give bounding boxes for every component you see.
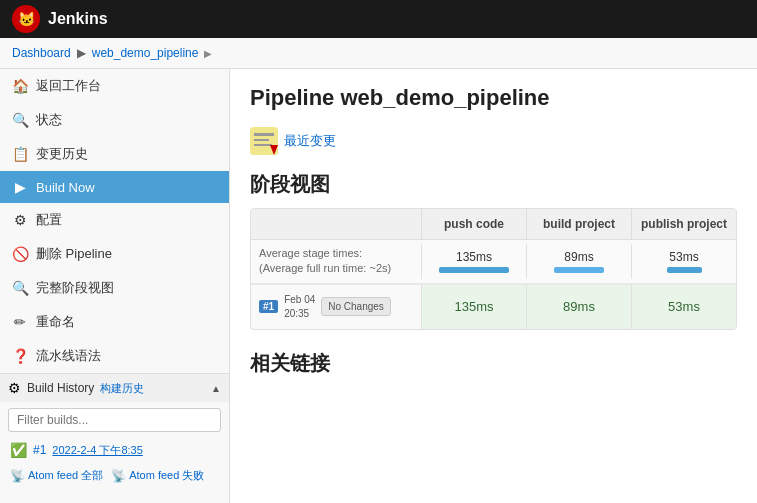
sidebar-item-label-stage-view: 完整阶段视图	[36, 279, 114, 297]
build-cell-build-project[interactable]: 89ms	[526, 285, 631, 329]
avg-label-line1: Average stage times:	[259, 247, 362, 259]
build-history-icon: ⚙	[8, 380, 21, 396]
bar-push-code	[439, 267, 509, 273]
app-title: Jenkins	[48, 10, 108, 28]
help-icon: ❓	[12, 348, 28, 364]
rename-icon: ✏	[12, 314, 28, 330]
sidebar-item-status[interactable]: 🔍 状态	[0, 103, 229, 137]
history-icon: 📋	[12, 146, 28, 162]
build-time-link[interactable]: 2022-2-4 下午8:35	[52, 443, 143, 458]
build-cell-push-code[interactable]: 135ms	[421, 285, 526, 329]
build-cell-publish-project[interactable]: 53ms	[631, 285, 736, 329]
build-icon: ▶	[12, 179, 28, 195]
atom-feed-all[interactable]: 📡 Atom feed 全部	[10, 468, 103, 483]
sidebar-item-label-status: 状态	[36, 111, 62, 129]
page-title: Pipeline web_demo_pipeline	[250, 85, 737, 111]
sidebar-item-label-change-history: 变更历史	[36, 145, 88, 163]
atom-icon-all: 📡	[10, 469, 25, 483]
avg-time-publish-project: 53ms	[636, 250, 732, 264]
related-links-title: 相关链接	[250, 350, 737, 377]
build-history-header: ⚙ Build History 构建历史 ▲	[0, 373, 229, 402]
recent-changes-icon	[250, 127, 278, 155]
atom-icon-fail: 📡	[111, 469, 126, 483]
atom-feed-fail-label: Atom feed 失败	[129, 468, 204, 483]
atom-feeds: 📡 Atom feed 全部 📡 Atom feed 失败	[0, 462, 229, 489]
recent-changes: 最近变更	[250, 127, 737, 155]
breadcrumb-chevron: ▶	[204, 48, 212, 59]
sidebar-item-label-return: 返回工作台	[36, 77, 101, 95]
home-icon: 🏠	[12, 78, 28, 94]
sidebar-item-build-now[interactable]: ▶ Build Now	[0, 171, 229, 203]
filter-builds-input[interactable]	[8, 408, 221, 432]
avg-cell-publish-project: 53ms	[631, 244, 736, 279]
bar-build-project	[554, 267, 604, 273]
sidebar-item-label-rename: 重命名	[36, 313, 75, 331]
avg-cell-push-code: 135ms	[421, 244, 526, 279]
col-header-push-code: push code	[421, 209, 526, 239]
sidebar-item-change-history[interactable]: 📋 变更历史	[0, 137, 229, 171]
atom-feed-fail[interactable]: 📡 Atom feed 失败	[111, 468, 204, 483]
bar-publish-project	[667, 267, 702, 273]
svg-rect-1	[254, 133, 274, 136]
sidebar-item-label-config: 配置	[36, 211, 62, 229]
stage-view-title: 阶段视图	[250, 171, 737, 198]
col-header-publish-project: publish project	[631, 209, 736, 239]
breadcrumb-sep-1: ▶	[77, 46, 86, 60]
breadcrumb-dashboard[interactable]: Dashboard	[12, 46, 71, 60]
stage-avg-label: Average stage times: (Average full run t…	[251, 240, 421, 283]
stage-avg-row: Average stage times: (Average full run t…	[251, 240, 736, 284]
build-time-publish-project: 53ms	[668, 299, 700, 314]
avg-time-build-project: 89ms	[531, 250, 627, 264]
sidebar-item-config[interactable]: ⚙ 配置	[0, 203, 229, 237]
atom-feed-all-label: Atom feed 全部	[28, 468, 103, 483]
svg-rect-2	[254, 139, 269, 141]
build-history-chevron[interactable]: ▲	[211, 383, 221, 394]
status-icon: 🔍	[12, 112, 28, 128]
breadcrumb-pipeline[interactable]: web_demo_pipeline	[92, 46, 199, 60]
delete-icon: 🚫	[12, 246, 28, 262]
stage-view: push code build project publish project …	[250, 208, 737, 330]
sidebar-item-full-stage-view[interactable]: 🔍 完整阶段视图	[0, 271, 229, 305]
search-icon: 🔍	[12, 280, 28, 296]
build-row-label: #1 Feb 04 20:35 No Changes	[251, 285, 421, 329]
avg-cell-build-project: 89ms	[526, 244, 631, 279]
build-time-push-code: 135ms	[454, 299, 493, 314]
col-header-build-project: build project	[526, 209, 631, 239]
svg-rect-3	[254, 144, 272, 146]
build-status-icon: ✅	[10, 442, 27, 458]
build-item: ✅ #1 2022-2-4 下午8:35	[0, 438, 229, 462]
header: 🐱 Jenkins	[0, 0, 757, 38]
build-row: #1 Feb 04 20:35 No Changes 135ms 89ms 53…	[251, 284, 736, 329]
sidebar-item-label-build-now: Build Now	[36, 180, 95, 195]
build-time-build-project: 89ms	[563, 299, 595, 314]
sidebar-item-label-syntax: 流水线语法	[36, 347, 101, 365]
gear-icon: ⚙	[12, 212, 28, 228]
sidebar-item-label-delete: 删除 Pipeline	[36, 245, 112, 263]
build-date-line1: Feb 04	[284, 294, 315, 305]
recent-changes-link[interactable]: 最近变更	[284, 132, 336, 150]
sidebar-item-return-workspace[interactable]: 🏠 返回工作台	[0, 69, 229, 103]
stage-avg-spacer	[251, 209, 421, 239]
sidebar-item-delete-pipeline[interactable]: 🚫 删除 Pipeline	[0, 237, 229, 271]
build-history-link[interactable]: 构建历史	[100, 381, 144, 396]
build-date-line2: 20:35	[284, 308, 309, 319]
build-number-link[interactable]: #1	[33, 443, 46, 457]
avg-time-push-code: 135ms	[426, 250, 522, 264]
sidebar-item-rename[interactable]: ✏ 重命名	[0, 305, 229, 339]
main-content: Pipeline web_demo_pipeline 最近变更 阶段视图 pus…	[230, 69, 757, 503]
build-history-title: Build History	[27, 381, 94, 395]
sidebar-item-pipeline-syntax[interactable]: ❓ 流水线语法	[0, 339, 229, 373]
build-badge[interactable]: #1	[259, 300, 278, 313]
no-changes-button[interactable]: No Changes	[321, 297, 391, 316]
stage-header-row: push code build project publish project	[251, 209, 736, 240]
build-row-date: Feb 04 20:35	[284, 293, 315, 321]
jenkins-logo: 🐱	[12, 5, 40, 33]
avg-label-line2: (Average full run time: ~2s)	[259, 262, 391, 274]
breadcrumb: Dashboard ▶ web_demo_pipeline ▶	[0, 38, 757, 69]
sidebar: 🏠 返回工作台 🔍 状态 📋 变更历史 ▶ Build Now ⚙ 配置 🚫 删…	[0, 69, 230, 503]
